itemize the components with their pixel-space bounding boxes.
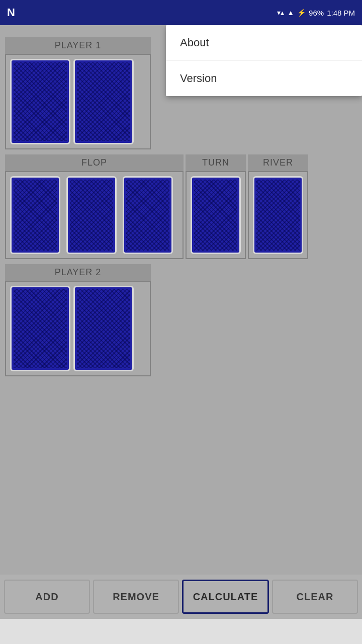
status-time: 1:48 PM	[327, 9, 355, 17]
wifi-icon: ▾▴	[277, 9, 284, 17]
status-bar-right: ▾▴ ▲ ⚡ 96% 1:48 PM	[277, 9, 355, 17]
battery-level: 96%	[309, 9, 324, 17]
menu-item-about[interactable]: About	[166, 25, 362, 61]
signal-icon: ▲	[287, 9, 294, 17]
main-content: About Version PLAYER 1 FLOP	[0, 25, 362, 619]
menu-item-version[interactable]: Version	[166, 61, 362, 96]
menu-overlay[interactable]	[0, 25, 362, 619]
status-bar: N ▾▴ ▲ ⚡ 96% 1:48 PM	[0, 0, 362, 25]
battery-icon: ⚡	[297, 9, 306, 17]
app-logo: N	[7, 6, 15, 19]
status-bar-left: N	[7, 6, 15, 19]
dropdown-menu: About Version	[166, 25, 362, 96]
